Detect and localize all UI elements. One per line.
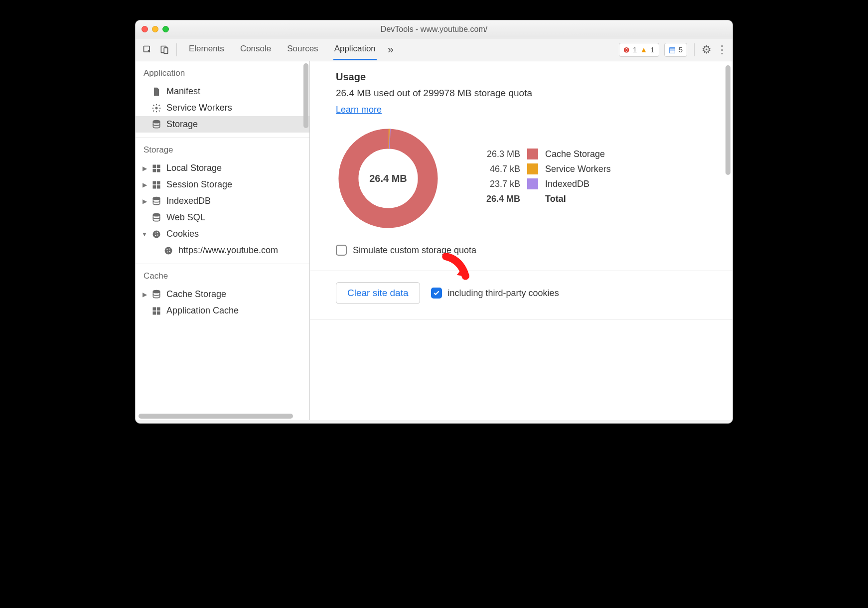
sidebar-item-label: Manifest <box>166 86 200 97</box>
settings-gear-icon[interactable]: ⚙ <box>702 43 712 56</box>
svg-rect-9 <box>153 181 156 184</box>
sidebar-item-indexeddb[interactable]: ▶ IndexedDB <box>136 193 309 209</box>
svg-point-16 <box>154 232 155 233</box>
messages-badge[interactable]: ▤ 5 <box>664 43 687 57</box>
legend-row-cache-storage: 26.3 MB Cache Storage <box>470 149 611 159</box>
sidebar-item-websql[interactable]: Web SQL <box>136 209 309 226</box>
device-toolbar-icon[interactable] <box>157 43 171 57</box>
svg-rect-5 <box>153 164 156 168</box>
tab-application[interactable]: Application <box>333 39 377 60</box>
chevron-right-icon[interactable]: ▶ <box>142 181 147 188</box>
svg-point-17 <box>157 232 158 233</box>
legend-row-service-workers: 46.7 kB Service Workers <box>470 163 611 174</box>
svg-rect-6 <box>157 164 160 168</box>
svg-rect-10 <box>157 181 160 184</box>
svg-point-18 <box>155 235 156 236</box>
svg-point-25 <box>153 290 159 293</box>
database-icon <box>151 196 161 206</box>
sidebar-item-label: Web SQL <box>166 212 205 223</box>
sidebar-item-manifest[interactable]: Manifest <box>136 83 309 100</box>
grid-icon <box>151 163 161 173</box>
devtools-toolbar: Elements Console Sources Application » ⊗… <box>136 38 732 61</box>
storage-panel: Usage 26.4 MB used out of 299978 MB stor… <box>310 61 732 420</box>
tab-elements[interactable]: Elements <box>188 39 225 60</box>
window-title: DevTools - www.youtube.com/ <box>136 25 732 34</box>
chevron-right-icon[interactable]: ▶ <box>142 291 147 298</box>
svg-point-3 <box>155 107 158 109</box>
sidebar-item-application-cache[interactable]: Application Cache <box>136 303 309 319</box>
sidebar-item-cookies[interactable]: ▼ Cookies <box>136 226 309 242</box>
legend-row-indexeddb: 23.7 kB IndexedDB <box>470 178 611 189</box>
error-count: 1 <box>633 45 637 54</box>
database-icon <box>151 290 161 300</box>
legend-swatch <box>527 163 538 174</box>
sidebar-item-storage[interactable]: Storage <box>136 116 309 133</box>
usage-text: 26.4 MB used out of 299978 MB storage qu… <box>336 88 715 99</box>
svg-point-20 <box>165 247 172 254</box>
svg-point-14 <box>153 213 159 216</box>
sidebar-item-label: https://www.youtube.com <box>178 245 278 256</box>
section-divider <box>310 319 732 319</box>
console-issues-badge[interactable]: ⊗ 1 ▲ 1 <box>619 43 659 57</box>
annotation-arrow-icon <box>440 253 475 288</box>
legend-label: Total <box>545 194 566 204</box>
sidebar-item-label: Service Workers <box>166 103 232 113</box>
error-icon: ⊗ <box>623 45 630 54</box>
sidebar-vertical-scrollbar[interactable] <box>303 63 308 128</box>
sidebar-item-session-storage[interactable]: ▶ Session Storage <box>136 176 309 193</box>
sidebar-item-cookie-origin[interactable]: https://www.youtube.com <box>136 242 309 259</box>
usage-donut-chart: 26.4 MB <box>336 126 440 231</box>
svg-rect-7 <box>153 168 156 172</box>
sidebar-item-label: Application Cache <box>166 305 239 316</box>
cookie-icon <box>151 229 161 239</box>
simulate-quota-row: Simulate custom storage quota <box>336 245 715 256</box>
sidebar-item-label: Storage <box>166 119 198 130</box>
svg-rect-11 <box>153 185 156 188</box>
chevron-right-icon[interactable]: ▶ <box>142 165 147 172</box>
more-menu-icon[interactable]: ⋮ <box>717 43 727 56</box>
sidebar-item-label: IndexedDB <box>166 196 211 206</box>
sidebar-section-application: Application <box>136 61 309 83</box>
sidebar-item-local-storage[interactable]: ▶ Local Storage <box>136 160 309 176</box>
svg-point-22 <box>169 248 170 249</box>
file-icon <box>151 87 161 97</box>
titlebar: DevTools - www.youtube.com/ <box>136 20 732 38</box>
chevron-right-icon[interactable]: ▶ <box>142 198 147 205</box>
clear-site-data-button[interactable]: Clear site data <box>336 282 420 304</box>
legend-label: IndexedDB <box>545 179 589 189</box>
inspect-element-icon[interactable] <box>141 43 154 57</box>
tabs-overflow-icon[interactable]: » <box>388 43 394 56</box>
legend-swatch <box>527 149 538 159</box>
legend-swatch <box>527 178 538 189</box>
grid-icon <box>151 306 161 316</box>
legend-value: 23.7 kB <box>470 179 520 189</box>
content-vertical-scrollbar[interactable] <box>725 65 730 175</box>
svg-point-13 <box>153 197 159 199</box>
window-footer <box>136 420 732 423</box>
sidebar-horizontal-scrollbar[interactable] <box>139 414 293 419</box>
sidebar-item-label: Session Storage <box>166 179 232 190</box>
grid-icon <box>151 180 161 190</box>
database-icon <box>151 213 161 223</box>
simulate-quota-checkbox[interactable] <box>336 245 347 256</box>
sidebar-item-cache-storage[interactable]: ▶ Cache Storage <box>136 286 309 303</box>
legend-row-total: 26.4 MB Total <box>470 193 611 204</box>
sidebar-item-service-workers[interactable]: Service Workers <box>136 100 309 116</box>
gear-icon <box>151 103 161 113</box>
tab-console[interactable]: Console <box>239 39 272 60</box>
svg-rect-29 <box>157 311 160 314</box>
svg-point-21 <box>166 249 167 250</box>
tab-sources[interactable]: Sources <box>286 39 319 60</box>
panel-tabs: Elements Console Sources Application <box>188 39 377 60</box>
chevron-down-icon[interactable]: ▼ <box>142 231 147 238</box>
svg-rect-2 <box>164 47 168 53</box>
toolbar-separator <box>694 43 695 56</box>
clear-data-row: Clear site data including third-party co… <box>336 271 715 319</box>
devtools-window: DevTools - www.youtube.com/ Elements Con… <box>135 20 733 424</box>
third-party-cookies-checkbox[interactable] <box>431 288 442 299</box>
main-split: Application Manifest Service Workers Sto… <box>136 61 732 420</box>
sidebar-item-label: Local Storage <box>166 163 222 173</box>
legend-value: 46.7 kB <box>470 164 520 174</box>
svg-rect-28 <box>153 311 156 314</box>
learn-more-link[interactable]: Learn more <box>336 105 382 115</box>
